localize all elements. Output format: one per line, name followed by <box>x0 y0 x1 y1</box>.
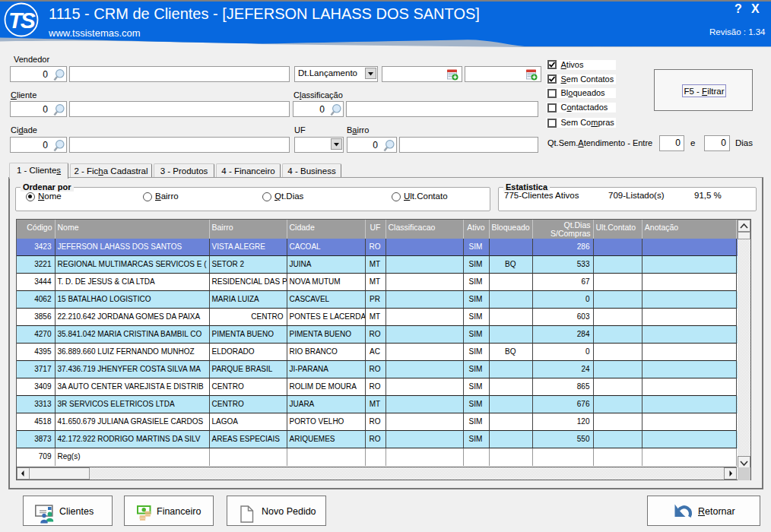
svg-text:TS: TS <box>8 8 36 33</box>
